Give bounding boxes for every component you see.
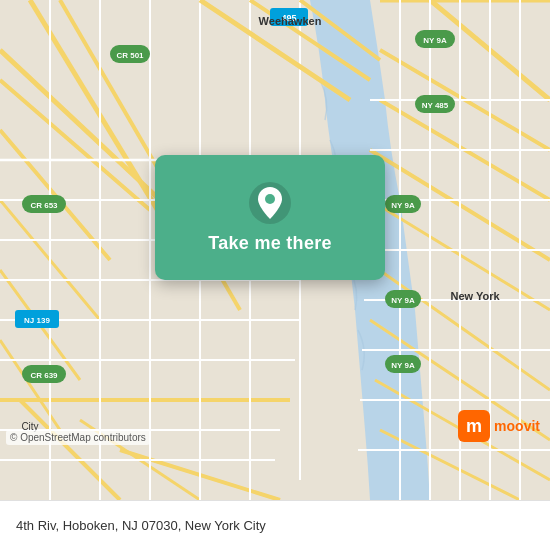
location-pin-icon <box>248 181 292 225</box>
svg-text:NY 9A: NY 9A <box>391 201 415 210</box>
map-container: 495 CR 501 NY 9A CR 653 NJ 139 NY 9A NY … <box>0 0 550 500</box>
svg-text:CR 653: CR 653 <box>30 201 58 210</box>
moovit-icon: m <box>458 410 490 442</box>
svg-text:CR 501: CR 501 <box>116 51 144 60</box>
moovit-text: moovit <box>494 418 540 434</box>
svg-text:Weehawken: Weehawken <box>259 15 322 27</box>
svg-text:New York: New York <box>450 290 500 302</box>
svg-text:NJ 139: NJ 139 <box>24 316 50 325</box>
svg-text:NY 485: NY 485 <box>422 101 449 110</box>
card-overlay[interactable]: Take me there <box>155 155 385 280</box>
svg-text:NY 9A: NY 9A <box>391 296 415 305</box>
moovit-logo: m moovit <box>458 410 540 442</box>
bottom-bar: 4th Riv, Hoboken, NJ 07030, New York Cit… <box>0 500 550 550</box>
location-text: 4th Riv, Hoboken, NJ 07030, New York Cit… <box>16 518 266 533</box>
svg-point-77 <box>265 194 275 204</box>
svg-text:NY 9A: NY 9A <box>423 36 447 45</box>
take-me-there-button[interactable]: Take me there <box>208 233 332 254</box>
svg-text:NY 9A: NY 9A <box>391 361 415 370</box>
svg-text:CR 639: CR 639 <box>30 371 58 380</box>
copyright-text: © OpenStreetMap contributors <box>6 430 150 445</box>
